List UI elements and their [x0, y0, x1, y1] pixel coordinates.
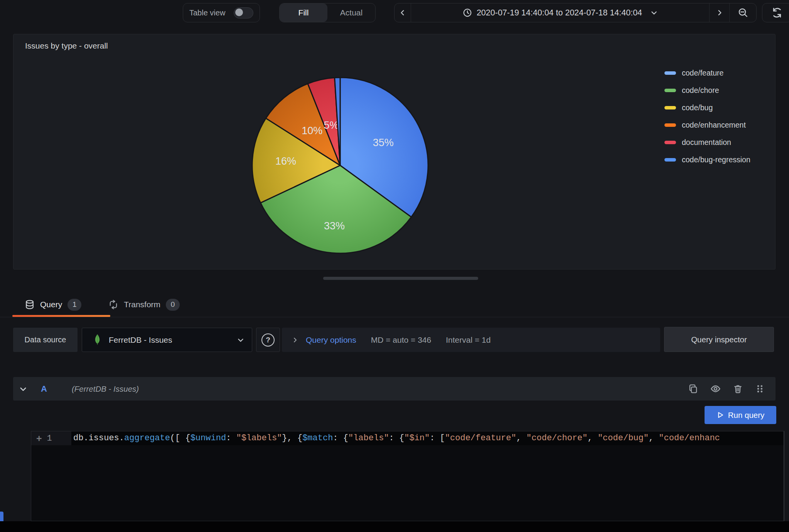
tab-query[interactable]: Query 1: [25, 299, 81, 311]
legend: code/feature code/chore code/bug code/en…: [664, 67, 750, 165]
query-row-actions: [688, 384, 765, 394]
drag-handle[interactable]: [755, 384, 765, 394]
legend-swatch: [664, 71, 676, 75]
table-view-switch[interactable]: [234, 7, 253, 19]
delete-query-button[interactable]: [733, 384, 743, 394]
code-editor[interactable]: + 1 db.issues.aggregate([ {$unwind: "$la…: [31, 431, 784, 521]
drag-handle-icon: [755, 384, 765, 394]
mongodb-leaf-icon: [93, 334, 102, 346]
editor-gutter: + 1: [31, 431, 71, 445]
editor-tabs: Query 1 Transform 0: [25, 294, 180, 315]
legend-swatch: [664, 106, 676, 109]
query-options-toggle[interactable]: Query options: [292, 335, 356, 345]
legend-label: code/bug-regression: [682, 155, 750, 164]
legend-item[interactable]: code/enhancement: [664, 120, 750, 130]
tab-transform[interactable]: Transform 0: [108, 299, 180, 311]
transform-icon: [108, 300, 118, 310]
time-range-text: 2020-07-19 14:40:04 to 2024-07-18 14:40:…: [477, 8, 642, 18]
datasource-select[interactable]: FerretDB - Issues: [82, 328, 252, 352]
legend-label: code/chore: [682, 86, 719, 95]
grafana-panel-editor: Table view Fill Actual 2020-07-19 14:40:…: [0, 0, 789, 532]
pie-label-code/chore: 33%: [324, 220, 345, 232]
query-datasource-hint: (FerretDB - Issues): [72, 384, 688, 394]
refresh-button[interactable]: [762, 3, 789, 22]
collapse-chevron-icon[interactable]: [19, 385, 27, 393]
query-row: A (FerretDB - Issues): [13, 377, 776, 401]
legend-label: code/enhancement: [682, 121, 746, 130]
zoom-out-time-button[interactable]: [729, 3, 756, 22]
refresh-icon: [772, 7, 782, 18]
legend-item[interactable]: code/bug: [664, 102, 750, 113]
legend-swatch: [664, 123, 676, 127]
legend-item[interactable]: code/bug-regression: [664, 154, 750, 165]
legend-label: code/feature: [682, 69, 723, 77]
chevron-down-icon: [237, 337, 244, 343]
fill-option-button[interactable]: Fill: [280, 3, 327, 22]
datasource-value: FerretDB - Issues: [109, 335, 230, 345]
tab-query-label: Query: [40, 300, 62, 309]
table-view-toggle-group[interactable]: Table view: [183, 3, 260, 22]
fill-actual-segmented-control: Fill Actual: [279, 3, 376, 22]
table-view-label: Table view: [189, 8, 225, 17]
chevron-down-icon: [651, 9, 658, 16]
query-count-badge: 1: [67, 299, 81, 311]
clock-icon: [463, 8, 472, 17]
legend-label: documentation: [682, 138, 731, 147]
eye-icon: [710, 384, 721, 394]
time-shift-forward-button[interactable]: [709, 3, 729, 22]
database-icon: [25, 300, 35, 310]
code-line-1: + 1 db.issues.aggregate([ {$unwind: "$la…: [31, 431, 784, 445]
query-refid[interactable]: A: [41, 384, 47, 394]
plus-icon[interactable]: +: [36, 434, 42, 443]
chevron-left-icon: [399, 9, 406, 16]
play-icon: [717, 411, 724, 419]
help-icon: ?: [261, 333, 275, 347]
query-inspector-button[interactable]: Query inspector: [664, 327, 774, 352]
run-query-button[interactable]: Run query: [705, 406, 776, 424]
trash-icon: [733, 384, 743, 394]
legend-label: code/bug: [682, 103, 713, 112]
line-number: 1: [47, 434, 52, 443]
run-query-label: Run query: [728, 411, 765, 420]
query-options-bar: Query options MD = auto = 346 Interval =…: [282, 328, 660, 352]
datasource-help-button[interactable]: ?: [256, 328, 280, 352]
legend-item[interactable]: code/chore: [664, 85, 750, 96]
time-range-button[interactable]: 2020-07-19 14:40:04 to 2024-07-18 14:40:…: [411, 3, 709, 22]
pie-label-code/bug: 16%: [275, 155, 296, 167]
panel-resize-handle[interactable]: [323, 277, 478, 280]
pie-label-documentation: 5%: [324, 120, 339, 131]
legend-item[interactable]: code/feature: [664, 67, 750, 78]
tab-transform-label: Transform: [124, 300, 160, 309]
pie-label-code/enhancement: 10%: [302, 125, 322, 136]
bottom-strip: [0, 521, 789, 532]
chevron-right-icon: [292, 337, 298, 343]
copy-icon: [688, 384, 698, 394]
panel-issues-by-type: Issues by type - overall 35%33%16%10%5% …: [13, 34, 776, 269]
duplicate-query-button[interactable]: [688, 384, 698, 394]
toggle-query-visibility-button[interactable]: [710, 384, 721, 394]
zoom-out-icon: [738, 8, 748, 18]
interval-text: Interval = 1d: [446, 335, 491, 345]
datasource-label: Data source: [13, 328, 78, 352]
legend-swatch: [664, 141, 676, 144]
time-shift-back-button[interactable]: [394, 3, 411, 22]
table-view-switch-knob: [235, 8, 243, 16]
legend-swatch: [664, 89, 676, 92]
max-data-points-text: MD = auto = 346: [371, 335, 431, 345]
time-picker-group: 2020-07-19 14:40:04 to 2024-07-18 14:40:…: [394, 3, 757, 22]
legend-item[interactable]: documentation: [664, 137, 750, 148]
tabs-separator: [0, 317, 789, 317]
pie-label-code/feature: 35%: [373, 137, 394, 148]
transform-count-badge: 0: [166, 299, 180, 311]
legend-swatch: [664, 158, 676, 162]
pie-chart[interactable]: 35%33%16%10%5%: [13, 34, 776, 270]
query-options-label: Query options: [306, 335, 356, 345]
actual-option-button[interactable]: Actual: [327, 3, 375, 22]
code-line-content[interactable]: db.issues.aggregate([ {$unwind: "$labels…: [71, 431, 784, 445]
chevron-right-icon: [716, 9, 723, 16]
